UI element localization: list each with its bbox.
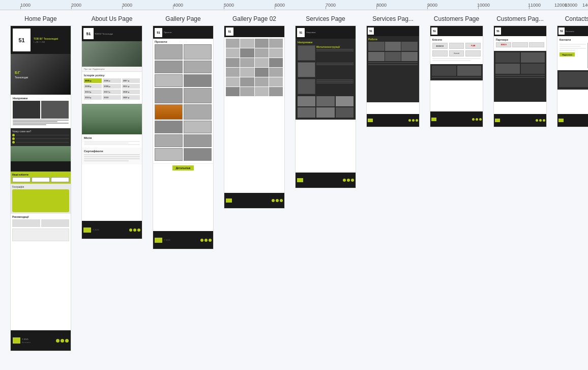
ruler-mark: 10000 bbox=[477, 3, 490, 8]
page-item-services[interactable]: Services Page 51 Напрямки Напрямки bbox=[295, 15, 356, 351]
ruler-mark: 2000 bbox=[71, 3, 81, 8]
ruler-mark: 4000 bbox=[173, 3, 183, 8]
page-label-about: About Us Page bbox=[92, 15, 133, 22]
page-label-services: Services Page bbox=[306, 15, 345, 22]
page-thumb-services[interactable]: 51 Напрямки Напрямки Металоконструкції bbox=[295, 25, 356, 188]
page-thumb-services2[interactable]: 51 Роботи bbox=[366, 25, 420, 127]
ruler-mark: 9000 bbox=[427, 3, 437, 8]
page-item-about[interactable]: About Us Page 51 ТОВ БГ Технолоджі Про н… bbox=[81, 15, 142, 351]
ruler-mark: 1000 bbox=[20, 3, 31, 8]
page-item-gallery[interactable]: Gallery Page 51 Проекти Проекти bbox=[153, 15, 214, 351]
page-thumb-home[interactable]: 51 ТОВ БГ Технолоджі ▪ +38 ▪ ▪ 258 БГ Те… bbox=[10, 25, 71, 351]
page-item-customers[interactable]: Customers Page 51 Клієнти BOSCH bbox=[430, 15, 483, 351]
logo-box: 51 bbox=[13, 29, 31, 51]
pages-container: Home Page 51 ТОВ БГ Технолоджі ▪ +38 ▪ ▪… bbox=[0, 10, 588, 356]
page-item-contacts[interactable]: Contacts Page... 51 Контакти Контакти bbox=[557, 15, 588, 351]
page-label-home: Home Page bbox=[24, 15, 56, 22]
page-item-customers2[interactable]: Customers Pag... 51 Партнери BOSCH bbox=[493, 15, 547, 351]
page-thumb-contacts[interactable]: 51 Контакти Контакти bbox=[557, 25, 588, 127]
page-label-gallery: Gallery Page bbox=[165, 15, 200, 22]
page-label-contacts: Contacts Page... bbox=[565, 15, 588, 22]
ruler-mark: 5000 bbox=[224, 3, 234, 8]
page-label-customers2: Customers Pag... bbox=[496, 15, 544, 22]
page-label-services2: Services Pag... bbox=[372, 15, 414, 22]
ruler-mark: 7000 bbox=[326, 3, 336, 8]
page-label-customers: Customers Page bbox=[434, 15, 479, 22]
page-thumb-about[interactable]: 51 ТОВ БГ Технолоджі Про нас / Будівницт… bbox=[81, 25, 142, 239]
ruler-mark: 8000 bbox=[376, 3, 387, 8]
page-thumb-gallery2[interactable]: 51 bbox=[224, 25, 285, 209]
ruler-mark: 140... bbox=[582, 3, 588, 8]
ruler-mark: 11000 bbox=[528, 3, 541, 8]
page-thumb-customers[interactable]: 51 Клієнти BOSCH FLAM bbox=[430, 25, 483, 127]
page-item-gallery2[interactable]: Gallery Page 02 51 bbox=[224, 15, 285, 351]
ruler-mark: 6000 bbox=[275, 3, 285, 8]
ruler: 1000 2000 3000 4000 5000 6000 7000 8000 … bbox=[0, 0, 588, 10]
canvas-area[interactable]: Home Page 51 ТОВ БГ Технолоджі ▪ +38 ▪ ▪… bbox=[0, 10, 588, 370]
ruler-mark: 3000 bbox=[122, 3, 132, 8]
page-thumb-customers2[interactable]: 51 Партнери BOSCH bbox=[493, 25, 547, 127]
page-label-gallery2: Gallery Page 02 bbox=[232, 15, 276, 22]
page-item-home[interactable]: Home Page 51 ТОВ БГ Технолоджі ▪ +38 ▪ ▪… bbox=[10, 15, 71, 351]
ruler-mark: 13000 bbox=[565, 3, 577, 8]
page-thumb-gallery[interactable]: 51 Проекти Проекти bbox=[153, 25, 214, 249]
page-item-services2[interactable]: Services Pag... 51 Роботи bbox=[366, 15, 420, 351]
